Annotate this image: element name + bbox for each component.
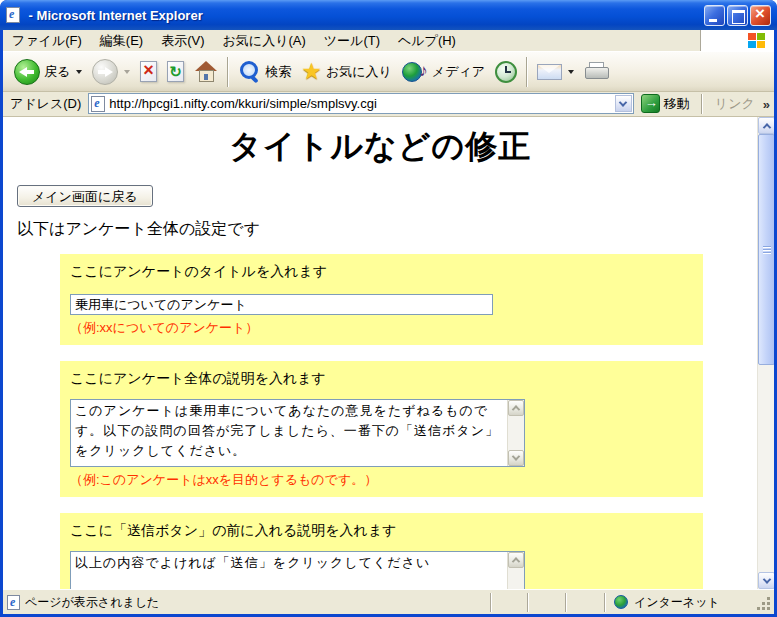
address-label: アドレス(D) <box>7 95 84 113</box>
favorites-button[interactable]: お気に入り <box>296 57 397 86</box>
go-arrow-icon <box>641 94 660 113</box>
menu-tools[interactable]: ツール(T) <box>315 30 389 51</box>
windows-flag-icon <box>748 33 765 48</box>
stop-button[interactable] <box>135 58 162 85</box>
status-pane <box>527 593 565 612</box>
windows-logo-area <box>700 30 774 51</box>
chevron-up-icon <box>512 405 520 413</box>
survey-title-input[interactable] <box>70 294 493 315</box>
scroll-down-button[interactable] <box>508 450 524 466</box>
history-clock-icon <box>495 61 517 83</box>
chevron-down-icon <box>619 98 627 106</box>
print-icon <box>584 62 608 81</box>
menu-bar: ファイル(F) 編集(E) 表示(V) お気に入り(A) ツール(T) ヘルプ(… <box>3 30 774 52</box>
back-dropdown-icon[interactable] <box>76 70 82 74</box>
textarea-scrollbar[interactable] <box>507 552 524 589</box>
menu-view[interactable]: 表示(V) <box>152 30 213 51</box>
status-page-icon <box>7 595 20 610</box>
favorites-star-icon <box>301 60 322 83</box>
scroll-up-button[interactable] <box>758 117 774 134</box>
textarea-scrollbar[interactable] <box>507 400 524 466</box>
section-hint: （例:xxについてのアンケート） <box>70 319 693 337</box>
address-input[interactable]: http://hpcgi1.nifty.com/kkuri/simple/smp… <box>88 93 634 114</box>
toolbar-overflow-chevron-icon[interactable] <box>763 95 770 113</box>
submit-note-textarea[interactable]: 以上の内容でよければ「送信」をクリックしてください <box>71 552 507 589</box>
standard-toolbar: 戻る 検索 お気に入り <box>3 52 774 92</box>
chevron-down-icon <box>762 575 770 583</box>
history-button[interactable] <box>490 58 522 86</box>
back-button[interactable]: 戻る <box>9 56 87 88</box>
links-toolbar-label[interactable]: リンク <box>711 95 759 113</box>
close-button[interactable] <box>750 5 771 26</box>
section-hint: （例:このアンケートはxxを目的とするものです。） <box>70 471 693 489</box>
return-to-main-button[interactable]: メイン画面に戻る <box>17 185 153 207</box>
page-viewport: タイトルなどの修正 メイン画面に戻る 以下はアンケート全体の設定です ここにアン… <box>3 117 774 589</box>
refresh-button[interactable] <box>162 58 189 85</box>
scroll-up-button[interactable] <box>508 400 524 416</box>
go-label: 移動 <box>664 95 690 113</box>
status-pane <box>565 593 604 612</box>
submit-note-section: ここに「送信ボタン」の前に入れる説明を入れます 以上の内容でよければ「送信」をク… <box>60 513 703 589</box>
zone-label: インターネット <box>634 594 720 611</box>
section-label: ここにアンケートのタイトルを入れます <box>70 263 693 281</box>
submit-note-field: 以上の内容でよければ「送信」をクリックしてください <box>70 551 525 589</box>
address-bar: アドレス(D) http://hpcgi1.nifty.com/kkuri/si… <box>3 92 774 117</box>
refresh-icon <box>167 61 184 82</box>
mail-dropdown-icon[interactable] <box>568 70 574 74</box>
chevron-up-icon <box>762 123 770 131</box>
vertical-scrollbar[interactable] <box>757 117 774 589</box>
media-button[interactable]: メディア <box>397 57 490 86</box>
favorites-label: お気に入り <box>326 63 392 81</box>
media-globe-icon <box>402 60 428 83</box>
section-label: ここにアンケート全体の説明を入れます <box>70 370 693 388</box>
resize-grip[interactable] <box>756 593 772 612</box>
toolbar-separator <box>227 57 229 87</box>
title-bar: - Microsoft Internet Explorer <box>0 0 777 30</box>
home-icon <box>194 60 218 83</box>
page-content: タイトルなどの修正 メイン画面に戻る 以下はアンケート全体の設定です ここにアン… <box>3 117 757 589</box>
status-bar: ページが表示されました インターネット <box>3 589 774 614</box>
home-button[interactable] <box>189 57 223 86</box>
mail-envelope-icon <box>537 64 562 80</box>
menu-favorites[interactable]: お気に入り(A) <box>214 30 315 51</box>
scroll-down-button[interactable] <box>758 572 774 589</box>
address-url[interactable]: http://hpcgi1.nifty.com/kkuri/simple/smp… <box>109 96 377 111</box>
intro-text: 以下はアンケート全体の設定です <box>17 219 757 240</box>
forward-icon <box>92 59 118 85</box>
minimize-button[interactable] <box>704 5 725 26</box>
survey-description-field: このアンケートは乗用車についてあなたの意見をたずねるものです。以下の設問の回答が… <box>70 399 525 467</box>
browser-chrome: ファイル(F) 編集(E) 表示(V) お気に入り(A) ツール(T) ヘルプ(… <box>3 30 774 614</box>
menu-help[interactable]: ヘルプ(H) <box>389 30 465 51</box>
status-message-pane: ページが表示されました <box>7 593 490 612</box>
scrollbar-thumb[interactable] <box>758 134 774 365</box>
status-pane <box>490 593 527 612</box>
security-zone-pane: インターネット <box>604 593 756 612</box>
survey-description-section: ここにアンケート全体の説明を入れます このアンケートは乗用車についてあなたの意見… <box>60 361 703 497</box>
address-dropdown-button[interactable] <box>615 95 632 112</box>
print-button[interactable] <box>579 59 613 84</box>
chevron-up-icon <box>512 557 520 565</box>
back-icon <box>14 59 40 85</box>
mail-button[interactable] <box>532 61 579 83</box>
forward-dropdown-icon <box>124 70 130 74</box>
maximize-button[interactable] <box>727 5 748 26</box>
stop-icon <box>140 61 157 82</box>
addressbar-separator <box>701 94 703 114</box>
media-label: メディア <box>432 63 485 81</box>
internet-globe-icon <box>614 595 628 609</box>
window-title: - Microsoft Internet Explorer <box>25 8 203 23</box>
scroll-up-button[interactable] <box>508 552 524 568</box>
search-icon <box>238 60 261 83</box>
forward-button[interactable] <box>87 56 135 88</box>
chevron-down-icon <box>512 452 520 460</box>
search-button[interactable]: 検索 <box>233 57 296 86</box>
page-title: タイトルなどの修正 <box>3 125 757 169</box>
search-label: 検索 <box>265 63 291 81</box>
toolbar-separator <box>526 57 528 87</box>
menu-file[interactable]: ファイル(F) <box>3 30 91 51</box>
survey-description-textarea[interactable]: このアンケートは乗用車についてあなたの意見をたずねるものです。以下の設問の回答が… <box>71 400 507 466</box>
section-label: ここに「送信ボタン」の前に入れる説明を入れます <box>70 522 693 540</box>
page-icon <box>91 96 105 112</box>
go-button[interactable]: 移動 <box>638 94 693 113</box>
menu-edit[interactable]: 編集(E) <box>91 30 152 51</box>
